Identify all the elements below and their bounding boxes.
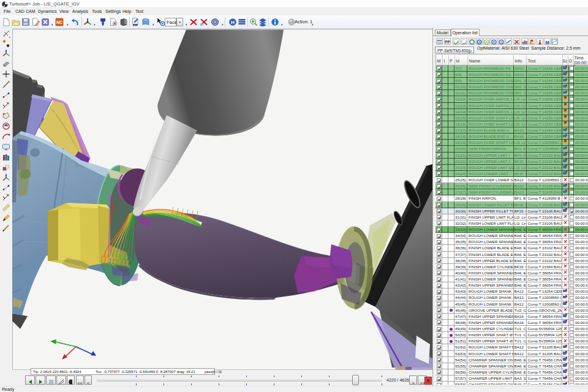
svg-text:H: H: [231, 20, 235, 25]
svg-text:NC: NC: [56, 20, 62, 24]
svg-text:PP: PP: [133, 23, 138, 27]
svg-text:PP: PP: [445, 40, 450, 44]
svg-text:H: H: [500, 40, 503, 43]
svg-text:M: M: [545, 39, 549, 45]
